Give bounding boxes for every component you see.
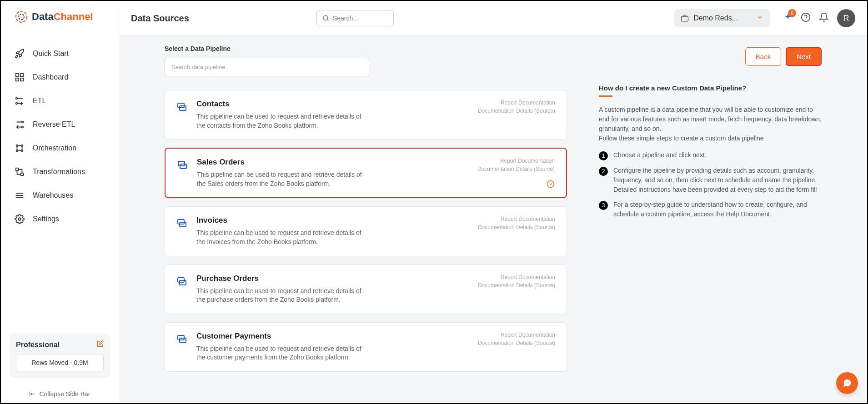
step-num-2: 2	[599, 167, 608, 176]
pipeline-card[interactable]: Sales Orders This pipeline can be used t…	[165, 148, 567, 198]
svg-point-12	[16, 150, 18, 152]
avatar[interactable]: R	[837, 9, 855, 27]
pipeline-desc: This pipeline can be used to request and…	[196, 112, 365, 130]
sidebar-item-label: Quick Start	[33, 50, 69, 58]
next-button[interactable]: Next	[786, 47, 822, 66]
logo[interactable]: DataChannel	[1, 1, 119, 33]
etl-icon	[15, 96, 25, 106]
svg-point-17	[323, 15, 328, 20]
pipeline-desc: This pipeline can be used to request and…	[196, 344, 365, 362]
logo-icon	[15, 10, 28, 24]
sidebar-item-label: ETL	[33, 97, 46, 105]
global-search[interactable]	[316, 10, 394, 26]
pipeline-search-input[interactable]	[165, 58, 369, 76]
logo-text-2: Channel	[54, 11, 93, 22]
sidebar-item-label: Reverse ETL	[33, 120, 75, 129]
bell-button[interactable]	[819, 12, 829, 24]
sidebar-item-etl[interactable]: ETL	[1, 89, 119, 113]
documentation-details-link[interactable]: Documentation Details (Source)	[477, 165, 555, 173]
svg-rect-4	[20, 78, 23, 81]
edit-icon[interactable]	[96, 340, 104, 349]
svg-rect-2	[16, 74, 19, 76]
svg-point-16	[18, 218, 21, 220]
svg-rect-3	[20, 74, 23, 76]
svg-point-32	[847, 383, 848, 384]
sidebar-item-label: Transformations	[33, 168, 85, 176]
search-input[interactable]	[333, 15, 388, 22]
report-documentation-link[interactable]: Report Documentation	[477, 157, 555, 165]
svg-rect-18	[682, 16, 688, 21]
svg-rect-5	[16, 78, 19, 81]
transformations-icon	[15, 167, 25, 177]
step-text-1: Choose a pipeline and click next.	[613, 150, 707, 160]
rocket-icon	[15, 49, 25, 59]
pipeline-card[interactable]: Purchase Orders This pipeline can be use…	[165, 264, 567, 314]
warehouses-icon	[15, 190, 25, 200]
reverse-etl-icon	[15, 120, 25, 130]
svg-point-7	[16, 103, 18, 105]
svg-point-10	[16, 145, 18, 147]
report-documentation-link[interactable]: Report Documentation	[478, 99, 555, 107]
documentation-details-link[interactable]: Documentation Details (Source)	[478, 281, 555, 289]
plan-title: Professional	[16, 341, 60, 349]
pipeline-icon	[176, 334, 187, 344]
svg-point-6	[16, 98, 18, 100]
pipeline-card[interactable]: Customer Payments This pipeline can be u…	[165, 322, 567, 372]
step-text-3: For a step-by-step guide to understand h…	[613, 200, 822, 219]
pipeline-icon	[176, 218, 187, 229]
documentation-details-link[interactable]: Documentation Details (Source)	[478, 107, 555, 115]
svg-point-0	[16, 11, 27, 22]
report-documentation-link[interactable]: Report Documentation	[478, 331, 555, 339]
workspace-name: Demo Reds...	[693, 14, 738, 22]
back-button[interactable]: Back	[745, 47, 781, 66]
pipeline-card[interactable]: Invoices This pipeline can be used to re…	[165, 206, 567, 256]
pipeline-desc: This pipeline can be used to request and…	[197, 170, 365, 188]
sidebar-item-label: Settings	[33, 215, 59, 223]
notification-badge: 6	[788, 9, 796, 17]
help-button[interactable]	[801, 12, 811, 24]
orchestration-icon	[15, 143, 25, 153]
svg-point-33	[848, 383, 849, 384]
search-icon	[322, 14, 329, 22]
sidebar-item-label: Dashboard	[33, 73, 68, 81]
sidebar-item-reverse-etl[interactable]: Reverse ETL	[1, 113, 119, 136]
pipeline-card[interactable]: Contacts This pipeline can be used to re…	[165, 90, 567, 140]
svg-point-31	[845, 383, 846, 384]
documentation-details-link[interactable]: Documentation Details (Source)	[478, 223, 555, 231]
collapse-sidebar-button[interactable]: Collapse Side Bar	[1, 385, 119, 403]
svg-point-8	[22, 121, 24, 123]
dashboard-icon	[15, 72, 25, 82]
chat-fab[interactable]	[836, 372, 858, 394]
pipeline-icon	[176, 276, 187, 287]
gear-icon	[15, 214, 25, 224]
help-title: How do I create a new Custom Data Pipeli…	[599, 84, 822, 92]
sidebar-item-dashboard[interactable]: Dashboard	[1, 65, 119, 89]
bell-icon	[819, 12, 829, 22]
sidebar-item-orchestration[interactable]: Orchestration	[1, 136, 119, 160]
sidebar-item-transformations[interactable]: Transformations	[1, 160, 119, 184]
sparkle-button[interactable]: 6	[783, 13, 793, 24]
report-documentation-link[interactable]: Report Documentation	[478, 273, 555, 281]
sidebar-item-warehouses[interactable]: Warehouses	[1, 184, 119, 207]
svg-point-9	[22, 126, 24, 128]
sidebar-item-quick-start[interactable]: Quick Start	[1, 42, 119, 65]
report-documentation-link[interactable]: Report Documentation	[478, 215, 555, 223]
pipeline-desc: This pipeline can be used to request and…	[196, 229, 365, 246]
collapse-icon	[29, 391, 35, 397]
svg-point-11	[21, 145, 23, 147]
documentation-details-link[interactable]: Documentation Details (Source)	[478, 339, 555, 347]
help-accent	[599, 95, 612, 97]
pipeline-desc: This pipeline can be used to request and…	[196, 287, 365, 304]
briefcase-icon	[681, 14, 689, 22]
pipeline-icon	[176, 101, 187, 112]
plan-box: Professional Rows Moved - 0.9M	[9, 334, 110, 378]
workspace-selector[interactable]: Demo Reds...	[674, 9, 770, 27]
section-title: Select a Data Pipeline	[165, 45, 567, 52]
sidebar-item-settings[interactable]: Settings	[1, 207, 119, 231]
svg-rect-14	[16, 168, 19, 171]
help-para1: A custom pipeline is a data pipeline tha…	[599, 106, 822, 132]
step-text-2: Configure the pipeline by providing deta…	[613, 166, 822, 195]
svg-point-13	[21, 150, 23, 152]
check-icon	[547, 180, 555, 188]
help-icon	[801, 12, 811, 22]
